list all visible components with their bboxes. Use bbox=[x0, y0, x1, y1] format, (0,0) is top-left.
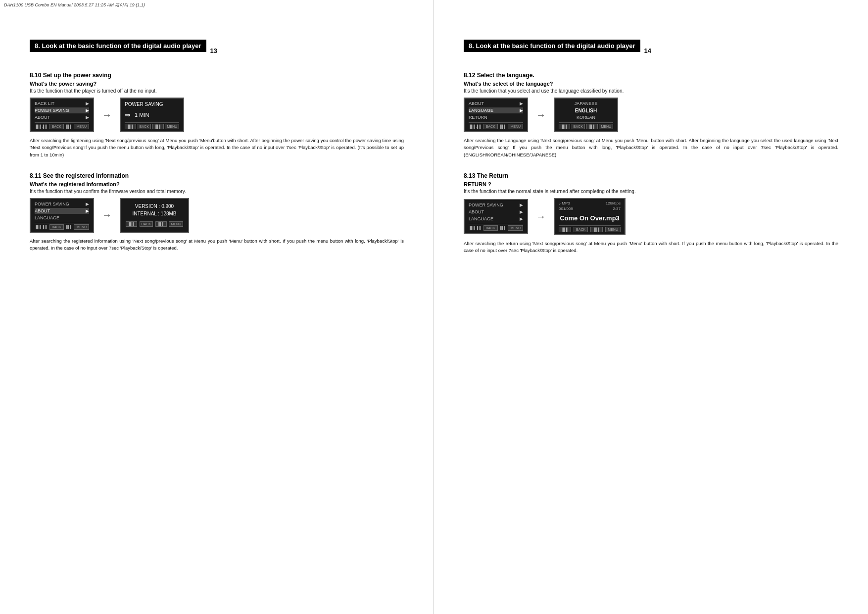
play-song-name: Come On Over.mp3 bbox=[559, 212, 621, 224]
menu-item-about-12: ABOUT▶ bbox=[469, 101, 523, 106]
subsection-8-13-desc: It's the function that the normal state … bbox=[464, 189, 838, 194]
right-section-title-row: 8. Look at the basic function of the dig… bbox=[464, 40, 838, 62]
subsection-8-11-desc: It's the function that you confirm the f… bbox=[30, 189, 404, 194]
device-row-8-12: ABOUT▶ LANGUAGE▶ RETURN ▐▌▌.▌▌ BACK ▐▌▌ … bbox=[464, 98, 838, 132]
lang-korean: KOREAN bbox=[559, 114, 613, 120]
menu-item-about-sel: ABOUT▶ bbox=[35, 208, 89, 214]
menu-screen-8-10-bottom: ▐▌▌.▌▌ BACK ▐▌▌ MENU bbox=[35, 122, 89, 129]
menu-item-language-13: LANGUAGE▶ bbox=[469, 216, 523, 222]
result-screen-8-10: POWER SAVING ⇒ 1 MIN ▐▌▌ BACK ▐▌▌ MENU bbox=[120, 98, 184, 132]
left-section-title-row: 8. Look at the basic function of the dig… bbox=[30, 40, 404, 62]
menu-item-powersaving: POWER SAVING▶ bbox=[35, 107, 89, 113]
subsection-8-10: 8.10 Set up the power saving What's the … bbox=[30, 72, 404, 158]
left-section-header: 8. Look at the basic function of the dig… bbox=[30, 40, 206, 52]
menu-item-ps-13: POWER SAVING▶ bbox=[469, 202, 523, 208]
subsection-8-12-desc: It's the function that you select and us… bbox=[464, 88, 838, 94]
play-screen-8-13: ♪ MP3 128kbps 001/009 2:37 Come On Over.… bbox=[554, 198, 626, 235]
version-screen-8-11: VERSION : 0.900 INTERNAL : 128MB ▐▌▌ BAC… bbox=[120, 198, 189, 233]
arrow-8-11: → bbox=[102, 209, 112, 221]
subsection-8-13-subtitle: RETURN ? bbox=[464, 181, 838, 187]
page-container: DAH1100 USB Combo EN Manual 2003.5.27 11… bbox=[0, 0, 868, 614]
power-saving-arrow-row: ⇒ 1 MIN bbox=[125, 111, 179, 119]
body-text-8-11: After searching the registered informati… bbox=[30, 238, 404, 252]
menu-item-about-13: ABOUT▶ bbox=[469, 209, 523, 215]
lang-result-screen-8-12: JAPANESE ENGLISH KOREAN ▐▌▌ BACK ▐▌▌ MEN… bbox=[554, 98, 618, 132]
right-section-header: 8. Look at the basic function of the dig… bbox=[464, 40, 640, 52]
subsection-8-10-subtitle: What's the power saving? bbox=[30, 81, 404, 87]
subsection-8-11-title: 8.11 See the registered information bbox=[30, 172, 404, 179]
menu-screen-8-13-bottom: ▐▌▌.▌▌ BACK ▐▌▌ MENU bbox=[469, 224, 523, 231]
subsection-8-12-title: 8.12 Select the language. bbox=[464, 72, 838, 79]
lang-japanese: JAPANESE bbox=[559, 101, 613, 106]
menu-item-about: ABOUT▶ bbox=[35, 114, 89, 120]
subsection-8-13: 8.13 The Return RETURN ? It's the functi… bbox=[464, 172, 838, 255]
result-screen-8-10-bottom: ▐▌▌ BACK ▐▌▌ MENU bbox=[125, 122, 179, 129]
arrow-8-12: → bbox=[536, 109, 546, 121]
device-row-8-13: POWER SAVING▶ ABOUT▶ LANGUAGE▶ ▐▌▌.▌▌ BA… bbox=[464, 198, 838, 235]
subsection-8-12: 8.12 Select the language. What's the sel… bbox=[464, 72, 838, 158]
version-screen-bottom: ▐▌▌ BACK ▐▌▌ MENU bbox=[126, 221, 183, 227]
lang-screen-bottom: ▐▌▌ BACK ▐▌▌ MENU bbox=[559, 122, 613, 129]
subsection-8-13-title: 8.13 The Return bbox=[464, 172, 838, 179]
device-row-8-10: BACK LIT▶ POWER SAVING▶ ABOUT▶ ▐▌▌.▌▌ BA… bbox=[30, 98, 404, 132]
play-track-num: 001/009 2:37 bbox=[559, 206, 621, 211]
subsection-8-11: 8.11 See the registered information What… bbox=[30, 172, 404, 252]
menu-item-return-12: RETURN bbox=[469, 114, 523, 120]
menu-screen-8-12: ABOUT▶ LANGUAGE▶ RETURN ▐▌▌.▌▌ BACK ▐▌▌ … bbox=[464, 98, 528, 132]
right-page-number: 14 bbox=[644, 47, 651, 54]
menu-item-backlit: BACK LIT▶ bbox=[35, 101, 89, 106]
left-page-number: 13 bbox=[210, 47, 217, 54]
menu-screen-8-10: BACK LIT▶ POWER SAVING▶ ABOUT▶ ▐▌▌.▌▌ BA… bbox=[30, 98, 94, 132]
menu-screen-8-11: POWER SAVING▶ ABOUT▶ LANGUAGE ▐▌▌.▌▌ BAC… bbox=[30, 198, 94, 233]
arrow-8-10: → bbox=[102, 109, 112, 121]
subsection-8-12-subtitle: What's the select of the language? bbox=[464, 81, 838, 87]
body-text-8-12: After searching the Language using 'Next… bbox=[464, 137, 838, 158]
play-screen-bottom: ▐▌▌ BACK ▐▌▌ MENU bbox=[559, 225, 621, 232]
menu-screen-8-13: POWER SAVING▶ ABOUT▶ LANGUAGE▶ ▐▌▌.▌▌ BA… bbox=[464, 199, 528, 234]
menu-item-language-12: LANGUAGE▶ bbox=[469, 107, 523, 113]
menu-screen-8-11-bottom: ▐▌▌.▌▌ BACK ▐▌▌ MENU bbox=[35, 223, 89, 230]
subsection-8-11-subtitle: What's the registered information? bbox=[30, 181, 404, 187]
subsection-8-10-title: 8.10 Set up the power saving bbox=[30, 72, 404, 79]
lang-english: ENGLISH bbox=[559, 107, 613, 114]
page-right: 8. Look at the basic function of the dig… bbox=[434, 0, 868, 614]
menu-item-ps: POWER SAVING▶ bbox=[35, 201, 89, 207]
menu-screen-8-12-bottom: ▐▌▌.▌▌ BACK ▐▌▌ MENU bbox=[469, 122, 523, 129]
page-left: 8. Look at the basic function of the dig… bbox=[0, 0, 434, 614]
device-row-8-11: POWER SAVING▶ ABOUT▶ LANGUAGE ▐▌▌.▌▌ BAC… bbox=[30, 198, 404, 233]
arrow-8-13: → bbox=[536, 211, 546, 222]
body-text-8-13: After searching the return using 'Next s… bbox=[464, 240, 838, 255]
menu-item-language: LANGUAGE bbox=[35, 215, 89, 221]
play-top-row: ♪ MP3 128kbps bbox=[559, 201, 621, 205]
subsection-8-10-desc: It's the function that the player is tur… bbox=[30, 88, 404, 94]
body-text-8-10: After searching the lightening using 'Ne… bbox=[30, 137, 404, 158]
